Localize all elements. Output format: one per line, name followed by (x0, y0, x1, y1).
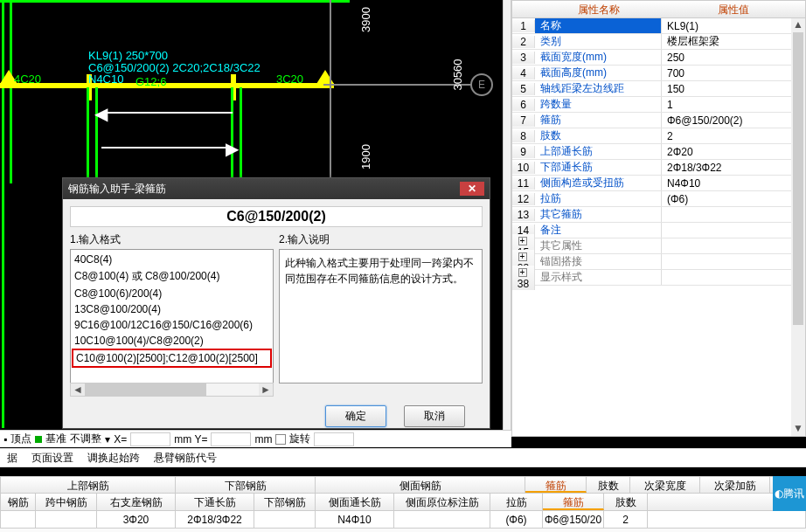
grid-header-sub[interactable]: 侧面原位标注筋 (394, 494, 490, 510)
scrollbar-vertical[interactable]: ▲▼ (791, 18, 805, 436)
grid-cell[interactable] (1, 511, 36, 528)
label-g126: G12;6 (135, 75, 166, 88)
menu-item-0[interactable]: 据 (0, 449, 24, 466)
grid-header-sub[interactable]: 肢数 (604, 494, 648, 510)
rotate-input[interactable] (314, 432, 354, 446)
grid-cell[interactable]: Φ6@150/20 (543, 511, 604, 528)
cancel-button[interactable]: 取消 (404, 405, 465, 427)
grid-header-sub[interactable]: 下通长筋 (176, 494, 254, 510)
format-item[interactable]: 9C16@100/12C16@150/C16@200(6) (72, 317, 272, 333)
format-item[interactable]: 40C8(4) (72, 252, 272, 267)
properties-header: 属性名称 属性值 (512, 1, 805, 18)
grid-header-top[interactable]: 肢数 (587, 477, 630, 493)
menu-item-2[interactable]: 调换起始跨 (80, 449, 147, 466)
format-item[interactable]: C8@100(6)/200(4) (72, 286, 272, 301)
grid-header-sub[interactable]: 跨中钢筋 (36, 494, 97, 510)
label-kl9: KL9(1) 250*700 (88, 49, 168, 62)
ok-button[interactable]: 确定 (325, 405, 386, 427)
grid-header-sub[interactable]: 右支座钢筋 (97, 494, 176, 510)
x-input[interactable] (130, 432, 170, 446)
format-list[interactable]: 40C8(4)C8@100(4) 或 C8@100/200(4)C8@100(6… (70, 249, 274, 383)
format-item[interactable]: 10C10@100(4)/C8@200(2) (72, 333, 272, 349)
property-row[interactable]: 10下部通长筋2Φ18/3Φ22 (512, 160, 805, 176)
property-row[interactable]: 2类别楼层框架梁 (512, 34, 805, 50)
current-value: C6@150/200(2) (70, 206, 483, 227)
rotate-checkbox[interactable] (275, 434, 286, 445)
property-row[interactable]: 12拉筋(Φ6) (512, 191, 805, 207)
label-4c20: 4C20 (14, 73, 41, 86)
grid-cell[interactable]: 3Φ20 (97, 511, 176, 528)
grid-header-top[interactable]: 侧面钢筋 (316, 477, 525, 493)
grid-header-sub[interactable]: 拉筋 (490, 494, 543, 510)
property-row[interactable]: 13其它箍筋 (512, 207, 805, 223)
dim-30560: 30560 (451, 59, 464, 90)
rebar-input-dialog: 钢筋输入助手-梁箍筋 ✕ C6@150/200(2) 1.输入格式 40C8(4… (62, 177, 490, 429)
col-name[interactable]: 属性名称 (535, 1, 662, 17)
format-label: 1.输入格式 (70, 232, 274, 247)
grid-header-sub[interactable]: 钢筋 (1, 494, 36, 510)
desc-label: 2.输入说明 (279, 232, 483, 247)
property-row[interactable]: 5轴线距梁左边线距150 (512, 81, 805, 97)
menu-item-3[interactable]: 悬臂钢筋代号 (147, 449, 224, 466)
col-value[interactable]: 属性值 (662, 1, 805, 17)
grid-cell[interactable]: (Φ6) (490, 511, 543, 528)
grid-header-top[interactable]: 下部钢筋 (176, 477, 316, 493)
grid-cell[interactable] (394, 511, 490, 528)
dialog-titlebar[interactable]: 钢筋输入助手-梁箍筋 ✕ (63, 178, 490, 199)
property-row[interactable]: +15其它属性 (512, 238, 805, 254)
format-item[interactable]: C8@100(4) 或 C8@100/200(4) (72, 267, 272, 286)
property-row[interactable]: +38显示样式 (512, 270, 805, 286)
label-n4c10: N4C10 (88, 73, 123, 86)
property-row[interactable]: 11侧面构造或受扭筋N4Φ10 (512, 176, 805, 191)
noadjust-label[interactable]: 不调整 (70, 432, 101, 446)
y-input[interactable] (211, 432, 251, 446)
grid-header-top[interactable]: 次梁宽度 (630, 477, 700, 493)
property-row[interactable]: +23锚固搭接 (512, 254, 805, 270)
property-row[interactable]: 1名称KL9(1) (512, 18, 805, 34)
coordinate-bar: ▪ 顶点 基准 不调整▾ X= mm Y= mm 旋转 (0, 430, 511, 447)
close-button[interactable]: ✕ (460, 182, 484, 196)
bottom-grid: 上部钢筋下部钢筋侧面钢筋箍筋肢数次梁宽度次梁加筋 钢筋跨中钢筋右支座钢筋下通长筋… (0, 476, 806, 532)
dot-icon: ▪ (3, 433, 7, 446)
grid-cell[interactable]: 2Φ18/3Φ22 (176, 511, 254, 528)
grid-cell[interactable] (254, 511, 316, 528)
grid-header-top[interactable]: 上部钢筋 (1, 477, 176, 493)
dialog-title: 钢筋输入助手-梁箍筋 (68, 182, 166, 197)
grid-header-sub[interactable]: 侧面通长筋 (316, 494, 394, 510)
property-row[interactable]: 4截面高度(mm)700 (512, 66, 805, 81)
base-label: 基准 (45, 432, 66, 446)
mm-label: mm (254, 433, 272, 446)
menubar: 据 页面设置 调换起始跨 悬臂钢筋代号 (0, 448, 806, 467)
grid-header-sub[interactable]: 箍筋 (543, 494, 604, 510)
grid-cell[interactable] (36, 511, 97, 528)
menu-item-1[interactable]: 页面设置 (24, 449, 80, 466)
property-row[interactable]: 3截面宽度(mm)250 (512, 50, 805, 66)
property-row[interactable]: 7箍筋Φ6@150/200(2) (512, 113, 805, 128)
grid-header-top[interactable]: 次梁加筋 (700, 477, 770, 493)
format-item[interactable]: 13C8@100/200(4) (72, 301, 272, 317)
grid-cell[interactable]: 2 (604, 511, 648, 528)
format-item[interactable]: C10@100(2)[2500];C12@100(2)[2500] (72, 349, 272, 368)
grid-cell[interactable]: N4Φ10 (316, 511, 394, 528)
grid-header-sub[interactable]: 下部钢筋 (254, 494, 316, 510)
dim-1900: 1900 (359, 144, 372, 169)
property-row[interactable]: 14备注 (512, 223, 805, 238)
tengxun-badge[interactable]: ◐ 腾讯 (773, 476, 806, 511)
properties-panel: 属性名称 属性值 1名称KL9(1)2类别楼层框架梁3截面宽度(mm)2504截… (511, 0, 806, 437)
label-3c20: 3C20 (276, 73, 303, 86)
panel-splitter[interactable] (503, 0, 511, 437)
scrollbar-horizontal[interactable]: ◄► (70, 383, 274, 397)
property-row[interactable]: 9上部通长筋2Φ20 (512, 144, 805, 160)
property-row[interactable]: 6跨数量1 (512, 97, 805, 113)
x-label: X= (114, 433, 127, 446)
vertex-label[interactable]: 顶点 (10, 432, 31, 446)
axis-label: E (478, 79, 485, 91)
dim-3900: 3900 (359, 7, 372, 32)
desc-text: 此种输入格式主要用于处理同一跨梁内不同范围存在不同箍筋信息的设计方式。 (279, 249, 483, 383)
grid-header-top[interactable]: 箍筋 (525, 477, 587, 493)
rotate-label: 旋转 (289, 432, 310, 446)
property-row[interactable]: 8肢数2 (512, 128, 805, 144)
y-label: mm Y= (174, 433, 207, 446)
